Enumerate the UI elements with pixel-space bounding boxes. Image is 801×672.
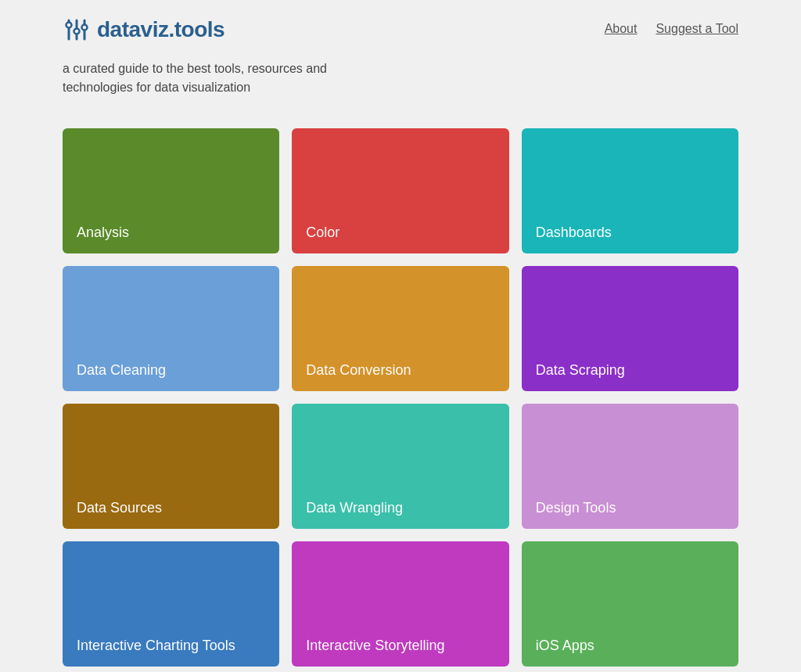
tagline-line2: technologies for data visualization [63,81,250,94]
svg-point-3 [66,23,72,28]
grid-item-data-wrangling[interactable]: Data Wrangling [292,404,508,529]
site-header: dataviz.tools About Suggest a Tool [0,0,801,52]
grid-item-label-data-cleaning: Data Cleaning [77,362,166,379]
grid-item-label-data-conversion: Data Conversion [306,362,411,379]
grid-item-data-cleaning[interactable]: Data Cleaning [63,266,279,391]
grid-item-analysis[interactable]: Analysis [63,128,279,253]
category-grid: AnalysisColorDashboardsData CleaningData… [0,113,801,672]
grid-item-label-analysis: Analysis [77,225,129,241]
logo-area: dataviz.tools [63,16,224,44]
svg-point-4 [74,29,80,34]
grid-item-label-dashboards: Dashboards [536,225,612,241]
grid-item-color[interactable]: Color [292,128,508,253]
grid-item-dashboards[interactable]: Dashboards [522,128,738,253]
grid-item-label-interactive-storytelling: Interactive Storytelling [306,638,444,654]
grid-item-label-ios-apps: iOS Apps [536,638,594,654]
grid-item-label-design-tools: Design Tools [536,500,616,516]
grid-item-label-interactive-charting: Interactive Charting Tools [77,638,235,654]
svg-point-5 [82,25,88,31]
grid-item-interactive-charting[interactable]: Interactive Charting Tools [63,541,279,667]
logo-icon [63,16,91,44]
suggest-tool-link[interactable]: Suggest a Tool [656,22,738,36]
grid-item-data-scraping[interactable]: Data Scraping [522,266,738,391]
tagline: a curated guide to the best tools, resou… [0,52,801,113]
about-link[interactable]: About [605,22,638,36]
grid-item-label-data-scraping: Data Scraping [536,362,625,379]
grid-item-data-sources[interactable]: Data Sources [63,404,279,529]
nav-links: About Suggest a Tool [605,16,738,36]
grid-item-design-tools[interactable]: Design Tools [522,404,738,529]
grid-item-label-data-sources: Data Sources [77,500,162,516]
grid-item-data-conversion[interactable]: Data Conversion [292,266,508,391]
grid-item-ios-apps[interactable]: iOS Apps [522,541,738,667]
grid-item-label-data-wrangling: Data Wrangling [306,500,403,516]
grid-item-interactive-storytelling[interactable]: Interactive Storytelling [292,541,508,667]
logo-text: dataviz.tools [97,17,224,42]
grid-item-label-color: Color [306,225,339,241]
tagline-line1: a curated guide to the best tools, resou… [63,62,327,75]
